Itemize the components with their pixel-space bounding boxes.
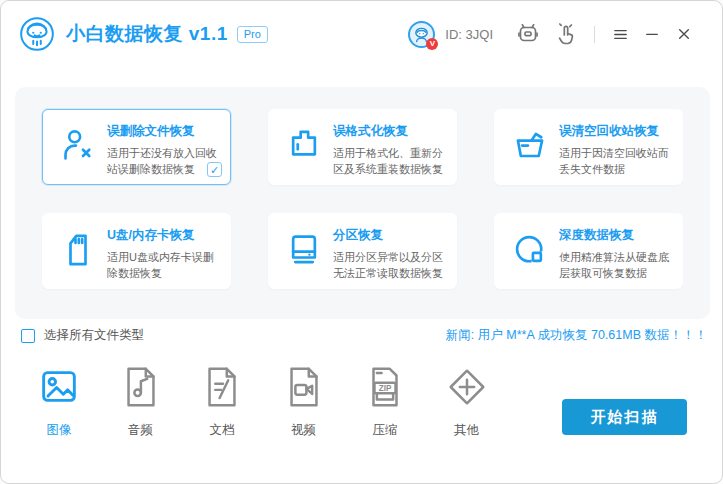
plus-diamond-icon	[444, 364, 490, 410]
music-note-icon	[118, 364, 164, 410]
app-window: 小白数据恢复 v1.1 Pro V ID: 3JQI	[0, 0, 723, 484]
user-avatar[interactable]: V	[408, 21, 435, 48]
zip-icon: ZIP	[362, 364, 408, 410]
news-ticker: 新闻: 用户 M**A 成功恢复 70.61MB 数据！！！	[446, 327, 707, 344]
card-usb-sdcard-recovery[interactable]: U盘/内存卡恢复 适用U盘或内存卡误删除数据恢复	[42, 213, 231, 289]
filetype-audio[interactable]: 音频	[118, 364, 164, 439]
deep-scan-icon	[510, 230, 550, 270]
filetype-label: 文档	[199, 422, 245, 439]
titlebar-divider	[594, 26, 595, 43]
filetype-label: 压缩	[362, 422, 408, 439]
card-title: 深度数据恢复	[559, 227, 674, 244]
card-text: 分区恢复 适用分区异常以及分区无法正常读取数据恢复	[333, 225, 448, 280]
filetype-other[interactable]: 其他	[444, 364, 490, 439]
app-logo-mascot-icon	[17, 14, 57, 54]
recycle-basket-icon	[510, 126, 550, 166]
video-icon	[281, 364, 327, 410]
minimize-icon[interactable]	[641, 23, 663, 45]
card-partition-recovery[interactable]: 分区恢复 适用分区异常以及分区无法正常读取数据恢复	[268, 213, 457, 289]
card-title: 误清空回收站恢复	[559, 123, 674, 140]
filetype-zip[interactable]: ZIP 压缩	[362, 364, 408, 439]
card-recycle-bin-recovery[interactable]: 误清空回收站恢复 适用于因清空回收站而丢失文件数据	[494, 109, 683, 185]
card-text: 误格式化恢复 适用于格式化、重新分区及系统重装数据恢复	[333, 121, 448, 176]
sd-card-icon	[58, 230, 98, 270]
filetype-label: 视频	[281, 422, 327, 439]
filetype-label: 图像	[36, 422, 82, 439]
document-icon	[199, 364, 245, 410]
filetype-image[interactable]: 图像	[36, 364, 82, 439]
hard-drive-icon	[284, 230, 324, 270]
select-all-label: 选择所有文件类型	[44, 327, 144, 344]
format-stamp-icon	[284, 126, 324, 166]
filetype-video[interactable]: 视频	[281, 364, 327, 439]
filetype-document[interactable]: 文档	[199, 364, 245, 439]
card-description: 使用精准算法从硬盘底层获取可恢复数据	[559, 249, 674, 281]
card-deep-recovery[interactable]: 深度数据恢复 使用精准算法从硬盘底层获取可恢复数据	[494, 213, 683, 289]
title-bar: 小白数据恢复 v1.1 Pro V ID: 3JQI	[1, 1, 722, 67]
card-description: 适用U盘或内存卡误删除数据恢复	[107, 249, 222, 281]
card-text: 误删除文件恢复 适用于还没有放入回收站误删除数据恢复	[107, 121, 222, 176]
card-text: U盘/内存卡恢复 适用U盘或内存卡误删除数据恢复	[107, 225, 222, 280]
file-type-row: 图像 音频 文档	[36, 364, 525, 439]
card-title: 误格式化恢复	[333, 123, 448, 140]
card-description: 适用于格式化、重新分区及系统重装数据恢复	[333, 145, 448, 177]
robot-icon[interactable]	[516, 22, 540, 46]
card-checkbox-checked[interactable]: ✓	[207, 162, 222, 177]
user-x-icon	[58, 126, 98, 166]
user-id: ID: 3JQI	[445, 27, 493, 42]
titlebar-actions: V ID: 3JQI	[408, 21, 700, 48]
recovery-mode-panel: 误删除文件恢复 适用于还没有放入回收站误删除数据恢复 ✓ 误格式化恢复 适用于格…	[15, 87, 710, 319]
image-icon	[36, 364, 82, 410]
card-text: 误清空回收站恢复 适用于因清空回收站而丢失文件数据	[559, 121, 674, 176]
card-description: 适用于还没有放入回收站误删除数据恢复	[107, 145, 222, 177]
card-format-recovery[interactable]: 误格式化恢复 适用于格式化、重新分区及系统重装数据恢复	[268, 109, 457, 185]
filetype-label: 音频	[118, 422, 164, 439]
card-description: 适用于因清空回收站而丢失文件数据	[559, 145, 674, 177]
avatar-v-badge: V	[426, 38, 438, 50]
select-all-row: 选择所有文件类型 新闻: 用户 M**A 成功恢复 70.61MB 数据！！！	[21, 327, 707, 344]
menu-icon[interactable]	[609, 23, 631, 45]
card-title: 分区恢复	[333, 227, 448, 244]
pro-badge: Pro	[237, 26, 268, 43]
filetype-label: 其他	[444, 422, 490, 439]
card-title: 误删除文件恢复	[107, 123, 222, 140]
start-scan-button[interactable]: 开始扫描	[562, 399, 687, 435]
card-text: 深度数据恢复 使用精准算法从硬盘底层获取可恢复数据	[559, 225, 674, 280]
card-description: 适用分区异常以及分区无法正常读取数据恢复	[333, 249, 448, 281]
zip-text: ZIP	[379, 384, 392, 393]
card-title: U盘/内存卡恢复	[107, 227, 222, 244]
close-icon[interactable]	[673, 23, 695, 45]
app-title: 小白数据恢复 v1.1	[66, 21, 228, 47]
touch-pointer-icon[interactable]	[554, 22, 578, 46]
select-all-checkbox[interactable]	[21, 329, 35, 343]
card-deleted-file-recovery[interactable]: 误删除文件恢复 适用于还没有放入回收站误删除数据恢复 ✓	[42, 109, 231, 185]
